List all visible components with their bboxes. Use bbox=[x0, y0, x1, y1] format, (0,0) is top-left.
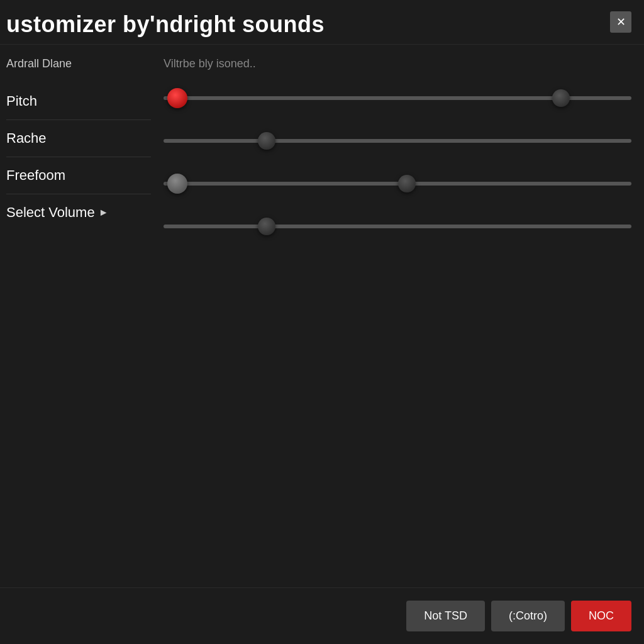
sidebar-item-rache[interactable]: Rache bbox=[6, 120, 151, 157]
sidebar-item-freefoom[interactable]: Freefoom bbox=[6, 157, 151, 194]
slider-row-rache bbox=[164, 128, 631, 153]
content-area: Ardrall Dlane Pitch Rache Freefoom Selec… bbox=[0, 45, 644, 587]
sidebar-item-pitch[interactable]: Pitch bbox=[6, 83, 151, 120]
app-title: ustomizer by'ndright sounds bbox=[6, 11, 325, 38]
close-button[interactable]: ✕ bbox=[610, 11, 631, 33]
slider-knob-freefoom-right[interactable] bbox=[398, 175, 416, 192]
cotro-button[interactable]: (:Cotro) bbox=[491, 601, 565, 631]
sidebar-label-rache: Rache bbox=[6, 130, 47, 147]
slider-row-freefoom bbox=[164, 171, 631, 196]
description-text: Viltrbe bly isoned.. bbox=[164, 57, 631, 70]
slider-knob-pitch-left[interactable] bbox=[167, 88, 187, 108]
sidebar-item-select-volume[interactable]: Select Volume ► bbox=[6, 194, 151, 231]
app-window: ustomizer by'ndright sounds ✕ Ardrall Dl… bbox=[0, 0, 644, 644]
slider-track-wrapper-select-volume[interactable] bbox=[164, 214, 631, 239]
slider-row-pitch bbox=[164, 86, 631, 111]
slider-track-select-volume bbox=[164, 225, 631, 228]
noc-button[interactable]: NOC bbox=[571, 601, 631, 631]
slider-knob-rache[interactable] bbox=[258, 132, 275, 150]
chevron-right-icon: ► bbox=[99, 207, 109, 218]
sidebar-label-pitch: Pitch bbox=[6, 93, 37, 109]
sidebar-label-freefoom: Freefoom bbox=[6, 167, 65, 184]
sidebar: Ardrall Dlane Pitch Rache Freefoom Selec… bbox=[0, 45, 157, 587]
header: ustomizer by'ndright sounds ✕ bbox=[0, 0, 644, 45]
slider-track-wrapper-rache[interactable] bbox=[164, 128, 631, 153]
slider-track-wrapper-pitch[interactable] bbox=[164, 86, 631, 111]
not-tsd-button[interactable]: Not TSD bbox=[406, 601, 485, 631]
slider-knob-pitch-right[interactable] bbox=[552, 89, 570, 107]
sidebar-label-select-volume: Select Volume bbox=[6, 204, 95, 221]
slider-track-wrapper-freefoom[interactable] bbox=[164, 171, 631, 196]
main-panel: Viltrbe bly isoned.. bbox=[157, 45, 644, 587]
footer: Not TSD (:Cotro) NOC bbox=[0, 587, 644, 644]
slider-track-rache bbox=[164, 139, 631, 143]
slider-knob-select-volume[interactable] bbox=[258, 218, 275, 235]
slider-knob-freefoom-left[interactable] bbox=[167, 174, 187, 194]
preset-name: Ardrall Dlane bbox=[6, 57, 151, 70]
slider-row-select-volume bbox=[164, 214, 631, 239]
